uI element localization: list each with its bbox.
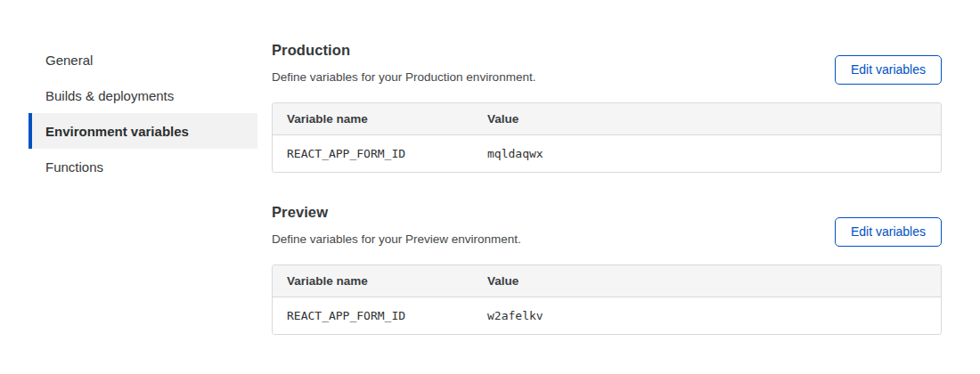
variable-name-cell: REACT_APP_FORM_ID <box>273 135 473 172</box>
settings-sidebar: General Builds & deployments Environment… <box>29 42 257 184</box>
production-edit-variables-button[interactable]: Edit variables <box>835 55 942 85</box>
variable-value-cell: w2afelkv <box>473 297 941 334</box>
table-row: REACT_APP_FORM_ID w2afelkv <box>273 297 941 334</box>
variable-name-cell: REACT_APP_FORM_ID <box>273 297 473 334</box>
production-variables-table: Variable name Value REACT_APP_FORM_ID mq… <box>272 102 942 173</box>
preview-section: Preview Define variables for your Previe… <box>272 203 942 335</box>
preview-variables-table: Variable name Value REACT_APP_FORM_ID w2… <box>272 264 942 335</box>
production-section: Production Define variables for your Pro… <box>272 41 942 173</box>
table-header-row: Variable name Value <box>273 103 941 135</box>
column-header-variable-name: Variable name <box>273 265 473 297</box>
settings-content: Production Define variables for your Pro… <box>272 0 942 335</box>
table-header-row: Variable name Value <box>273 265 941 297</box>
preview-edit-variables-button[interactable]: Edit variables <box>835 217 942 247</box>
sidebar-item-functions[interactable]: Functions <box>29 149 257 184</box>
sidebar-item-environment-variables[interactable]: Environment variables <box>29 113 257 149</box>
sidebar-item-builds-deployments[interactable]: Builds & deployments <box>29 77 257 113</box>
variable-value-cell: mqldaqwx <box>473 135 941 172</box>
table-row: REACT_APP_FORM_ID mqldaqwx <box>273 135 941 172</box>
column-header-variable-name: Variable name <box>273 103 473 135</box>
sidebar-item-label: Environment variables <box>45 124 189 139</box>
sidebar-item-general[interactable]: General <box>29 42 257 77</box>
sidebar-item-label: Functions <box>45 159 103 175</box>
column-header-value: Value <box>473 265 941 297</box>
sidebar-item-label: General <box>45 53 93 68</box>
column-header-value: Value <box>473 103 941 135</box>
sidebar-item-label: Builds & deployments <box>45 88 174 103</box>
